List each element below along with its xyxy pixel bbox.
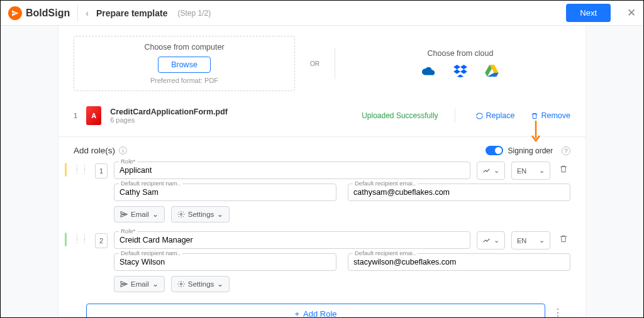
language-dropdown[interactable]: EN ⌄: [511, 162, 550, 180]
file-name: CreditCardApplicationForm.pdf: [110, 107, 228, 116]
email-dropdown[interactable]: Email ⌄: [114, 276, 165, 292]
recipient-name-label: Default recipient nam..: [119, 180, 182, 187]
top-bar: BoldSign ‹ Prepare template (Step 1/2) N…: [1, 1, 643, 26]
chevron-down-icon: ⌄: [152, 280, 158, 288]
onedrive-icon[interactable]: [422, 64, 436, 78]
chevron-down-icon: ⌄: [494, 167, 499, 175]
replace-label: Replace: [486, 111, 515, 120]
upload-from-computer[interactable]: Choose from computer Browse Preferred fo…: [74, 36, 295, 91]
upload-status: Uploaded Successfully: [362, 111, 438, 120]
chevron-down-icon: ⌄: [217, 210, 223, 219]
settings-dropdown[interactable]: Settings ⌄: [171, 276, 230, 292]
settings-button-label: Settings: [188, 211, 214, 218]
roles-header: Add role(s) i Signing order ?: [74, 137, 570, 162]
preferred-format: Preferred format: PDF: [74, 77, 294, 84]
remove-file-button[interactable]: Remove: [531, 111, 570, 120]
upload-from-cloud: Choose from cloud: [350, 49, 570, 78]
help-icon[interactable]: ?: [562, 146, 570, 155]
main-panel: Choose from computer Browse Preferred fo…: [58, 26, 586, 317]
role-block: ⋮⋮⋮⋮ 1 Role* ⌄ EN ⌄: [74, 162, 570, 229]
file-page-count: 6 pages: [110, 116, 228, 124]
add-role-label: Add Role: [303, 309, 336, 317]
drag-handle-icon[interactable]: ⋮⋮⋮⋮: [74, 165, 89, 173]
info-icon[interactable]: i: [119, 146, 127, 155]
recipient-email-label: Default recipient emai..: [353, 180, 418, 187]
browse-button[interactable]: Browse: [158, 57, 211, 73]
role-color-bar: [65, 163, 67, 177]
back-icon[interactable]: ‹: [86, 8, 89, 18]
chevron-down-icon: ⌄: [217, 280, 223, 288]
email-button-label: Email: [131, 280, 149, 288]
body: Choose from computer Browse Preferred fo…: [1, 26, 643, 317]
delete-role-button[interactable]: [557, 162, 570, 175]
settings-button-label: Settings: [188, 280, 214, 288]
boldsign-logo-icon: [8, 6, 22, 20]
email-button-label: Email: [131, 211, 149, 218]
signing-order-label: Signing order: [508, 146, 553, 155]
role-color-bar: [65, 233, 67, 246]
uploaded-file-row: 1 CreditCardApplicationForm.pdf 6 pages …: [74, 99, 570, 136]
signer-type-dropdown[interactable]: ⌄: [477, 231, 505, 249]
role-name-input[interactable]: [114, 162, 470, 179]
role-field-label: Role*: [119, 158, 137, 165]
or-label: OR: [310, 60, 319, 67]
drag-handle-icon[interactable]: ⋮⋮⋮⋮: [74, 235, 89, 243]
page-title: Prepare template: [96, 8, 168, 18]
language-dropdown[interactable]: EN ⌄: [511, 231, 550, 249]
chevron-down-icon: ⌄: [539, 236, 545, 244]
language-value: EN: [517, 237, 526, 244]
app-root: BoldSign ‹ Prepare template (Step 1/2) N…: [0, 0, 644, 318]
signer-type-dropdown[interactable]: ⌄: [477, 162, 505, 180]
chevron-down-icon: ⌄: [152, 210, 158, 219]
role-block: ⋮⋮⋮⋮ 2 Role* ⌄ EN ⌄: [74, 231, 570, 299]
recipient-email-label: Default recipient emai..: [353, 249, 418, 256]
next-button[interactable]: Next: [566, 4, 611, 22]
recipient-name-label: Default recipient nam..: [119, 249, 182, 256]
remove-label: Remove: [541, 111, 570, 120]
language-value: EN: [517, 167, 526, 175]
upload-cloud-title: Choose from cloud: [350, 49, 570, 58]
chevron-down-icon: ⌄: [494, 236, 499, 244]
separator: [455, 109, 455, 123]
brand-logo[interactable]: BoldSign: [8, 6, 70, 20]
file-index: 1: [74, 112, 77, 119]
upload-row: Choose from computer Browse Preferred fo…: [74, 31, 570, 99]
svg-point-2: [180, 283, 182, 285]
role-field-label: Role*: [119, 228, 137, 234]
separator: [335, 48, 335, 79]
roles-title: Add role(s) i: [74, 146, 127, 155]
pdf-file-icon: [86, 106, 101, 125]
svg-point-1: [180, 214, 182, 216]
replace-file-button[interactable]: Replace: [475, 111, 515, 120]
signing-order-switch[interactable]: [486, 146, 503, 155]
annotation-arrow-icon: [530, 119, 541, 142]
brand-name: BoldSign: [26, 8, 70, 19]
role-order-number[interactable]: 1: [95, 163, 108, 178]
add-role-button[interactable]: + Add Role: [86, 304, 545, 317]
upload-computer-title: Choose from computer: [74, 43, 294, 52]
more-options-icon[interactable]: ⋮: [553, 307, 563, 317]
step-indicator: (Step 1/2): [178, 9, 211, 18]
dropbox-icon[interactable]: [453, 64, 467, 78]
settings-dropdown[interactable]: Settings ⌄: [171, 206, 230, 222]
role-order-number[interactable]: 2: [95, 233, 108, 248]
chevron-down-icon: ⌄: [539, 167, 545, 175]
delete-role-button[interactable]: [557, 231, 570, 245]
email-dropdown[interactable]: Email ⌄: [114, 206, 165, 222]
separator: [77, 4, 78, 22]
close-icon[interactable]: ✕: [627, 6, 636, 19]
google-drive-icon[interactable]: [485, 64, 499, 78]
signing-order-toggle: Signing order ?: [486, 146, 570, 155]
plus-icon: +: [294, 309, 299, 317]
role-name-input[interactable]: [114, 231, 470, 249]
